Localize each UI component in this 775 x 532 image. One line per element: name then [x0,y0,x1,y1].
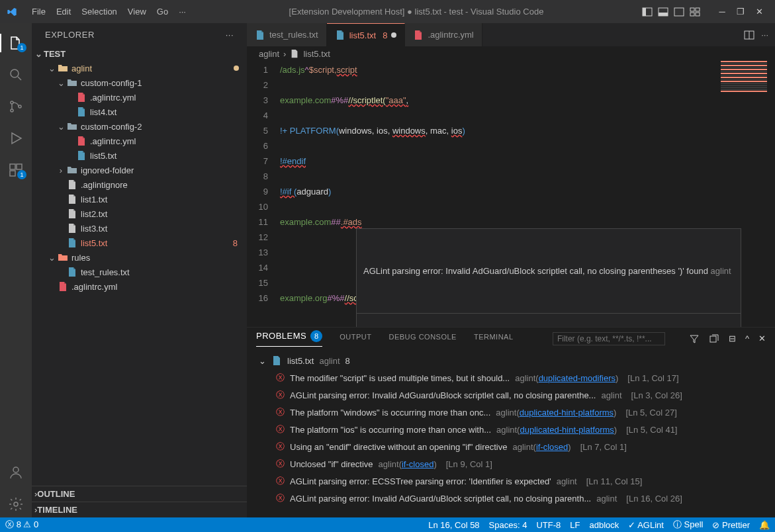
code-lines[interactable]: /ads.js^$script,script example.com#%#//s… [280,61,775,327]
tab-problems[interactable]: PROBLEMS8 [256,330,322,347]
editor-tab[interactable]: .aglintrc.yml [405,23,482,46]
explorer-more-icon[interactable]: ··· [226,30,234,40]
tree-item[interactable]: ⌄aglint [32,61,247,75]
search-icon[interactable] [0,62,32,88]
file-icon [335,30,345,40]
rule-link[interactable]: if-closed [402,459,433,469]
folder-icon [66,121,78,132]
error-icon: ⓧ [276,389,285,401]
status-eol[interactable]: LF [570,520,580,530]
window-controls: ─ ❐ ✕ [713,7,768,17]
tree-item[interactable]: .aglintrc.yml [32,279,247,294]
problem-row[interactable]: ⓧUnclosed "if" directive aglint(if-close… [247,455,775,472]
extensions-icon[interactable]: 1 [0,157,32,183]
problem-row[interactable]: ⓧThe modifier "script" is used multiple … [247,369,775,386]
status-errors[interactable]: ⓧ 8 ⚠ 0 [5,519,38,531]
tree-root[interactable]: ⌄ TEST [32,46,247,61]
rule-link[interactable]: if-closed [536,442,568,452]
tree-item[interactable]: ⌄custom-config-1 [32,75,247,90]
tree-item[interactable]: list2.txt [32,206,247,221]
tree-item[interactable]: list1.txt [32,192,247,206]
bottom-panel: PROBLEMS8 OUTPUT DEBUG CONSOLE TERMINAL … [247,327,775,517]
tab-more-icon[interactable]: ··· [761,30,768,40]
problems-filter[interactable] [553,332,665,345]
rule-link[interactable]: duplicated-hint-platforms [520,425,614,435]
status-encoding[interactable]: UTF-8 [536,520,561,530]
tree-item[interactable]: list3.txt [32,221,247,236]
problem-file-row[interactable]: ⌄ list5.txt aglint 8 [247,352,775,369]
file-icon [75,136,87,146]
status-indent[interactable]: Spaces: 4 [489,520,527,530]
tree-item[interactable]: list5.txt8 [32,236,247,250]
menu-edit[interactable]: Edit [51,3,76,21]
toggle-primary-sidebar-icon[interactable] [641,6,653,18]
run-debug-icon[interactable] [0,125,32,152]
tab-debug-console[interactable]: DEBUG CONSOLE [388,333,456,345]
title-bar: File Edit Selection View Go ··· [Extensi… [0,0,775,23]
breadcrumb[interactable]: aglint› list5.txt [247,46,775,61]
editor-tab[interactable]: list5.txt8 [327,23,406,46]
accounts-icon[interactable] [0,459,32,486]
menu-file[interactable]: File [26,3,51,21]
menu-more[interactable]: ··· [173,3,191,21]
collapse-all-icon[interactable] [709,333,719,344]
minimap[interactable] [721,61,767,127]
svg-point-18 [14,502,18,506]
outline-section[interactable]: ›OUTLINE [32,486,247,502]
tree-item[interactable]: list4.txt [32,105,247,119]
tree-item[interactable]: ⌄custom-config-2 [32,119,247,134]
menu-view[interactable]: View [122,3,152,21]
menu-go[interactable]: Go [152,3,173,21]
problem-row[interactable]: ⓧAGLint parsing error: ECSSTree parsing … [247,472,775,490]
file-icon [413,30,424,40]
status-aglint[interactable]: ✓ AGLint [628,520,664,530]
menu-selection[interactable]: Selection [76,3,122,21]
customize-layout-icon[interactable] [689,6,701,18]
tree-item[interactable]: .aglintrc.yml [32,134,247,148]
explorer-icon[interactable]: 1 [0,30,32,56]
maximize-icon[interactable]: ❐ [731,7,750,17]
timeline-section[interactable]: ›TIMELINE [32,502,247,517]
problem-row[interactable]: ⓧThe platform "windows" is occurring mor… [247,404,775,421]
layout-controls [641,6,701,18]
status-bar: ⓧ 8 ⚠ 0 Ln 16, Col 58 Spaces: 4 UTF-8 LF… [0,517,775,532]
editor-tab[interactable]: test_rules.txt [247,23,327,46]
settings-gear-icon[interactable] [0,491,32,517]
status-spell[interactable]: ⓘ Spell [673,519,704,531]
status-language[interactable]: adblock [589,520,619,530]
problem-row[interactable]: ⓧThe platform "ios" is occurring more th… [247,421,775,438]
view-as-tree-icon[interactable]: ⊟ [729,333,736,344]
chevron-down-icon: ⌄ [259,356,266,366]
source-control-icon[interactable] [0,93,32,120]
code-editor[interactable]: 12345678910111213141516 /ads.js^$script,… [247,61,775,327]
file-tree: ⌄ TEST ⌄aglint⌄custom-config-1.aglintrc.… [32,46,247,486]
rule-link[interactable]: duplicated-modifiers [539,373,615,383]
problem-row[interactable]: ⓧAGLint parsing error: Invalid AdGuard/u… [247,490,775,507]
problem-row[interactable]: ⓧAGLint parsing error: Invalid AdGuard/u… [247,386,775,404]
status-cursor[interactable]: Ln 16, Col 58 [428,520,479,530]
error-icon: ⓧ [276,492,285,504]
svg-rect-9 [696,13,700,16]
svg-rect-8 [690,13,694,16]
tree-item[interactable]: ⌄rules [32,250,247,265]
status-prettier[interactable]: ⊘ Prettier [712,520,750,530]
minimize-icon[interactable]: ─ [713,7,731,17]
filter-icon[interactable] [689,333,700,344]
tree-item[interactable]: .aglintrc.yml [32,90,247,105]
tab-output[interactable]: OUTPUT [340,333,371,345]
split-editor-icon[interactable] [744,30,754,40]
panel-close-icon[interactable]: ✕ [758,333,766,344]
rule-link[interactable]: duplicated-hint-platforms [520,408,614,418]
tree-item[interactable]: list5.txt [32,148,247,163]
close-icon[interactable]: ✕ [750,7,768,17]
chevron-icon: › [56,165,66,175]
tree-item[interactable]: test_rules.txt [32,265,247,279]
problem-row[interactable]: ⓧUsing an "endif" directive without an o… [247,438,775,455]
status-bell-icon[interactable]: 🔔 [759,520,770,530]
tree-item[interactable]: .aglintignore [32,177,247,192]
tree-item[interactable]: ›ignored-folder [32,163,247,177]
toggle-panel-icon[interactable] [657,6,669,18]
toggle-secondary-sidebar-icon[interactable] [673,6,685,18]
panel-maximize-icon[interactable]: ^ [745,333,749,344]
tab-terminal[interactable]: TERMINAL [474,333,514,345]
